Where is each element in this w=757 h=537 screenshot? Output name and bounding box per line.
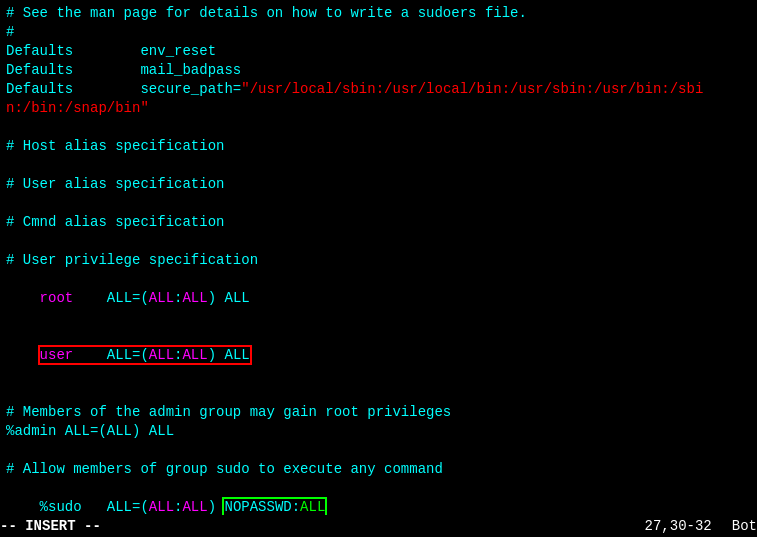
line-empty-2 [6,156,751,175]
line-user-priv-comment: # User privilege specification [6,251,751,270]
line-empty-5 [6,384,751,403]
user-highlight: user ALL=(ALL:ALL) ALL [40,347,250,363]
line-admin: %admin ALL=(ALL) ALL [6,422,751,441]
terminal: # See the man page for details on how to… [0,0,757,537]
line-comment-see: # See the man page for details on how to… [6,4,751,23]
line-defaults-env: Defaults env_reset [6,42,751,61]
insert-mode-indicator: -- INSERT -- [0,515,101,537]
cursor-position: 27,30-32 [645,515,732,537]
scroll-position: Bot [732,515,757,537]
line-root: root ALL=(ALL:ALL) ALL [6,270,751,327]
line-sudo-comment: # Allow members of group sudo to execute… [6,460,751,479]
line-empty-4 [6,232,751,251]
line-admin-comment: # Members of the admin group may gain ro… [6,403,751,422]
line-empty-1 [6,118,751,137]
line-user-alias: # User alias specification [6,175,751,194]
line-empty-6 [6,441,751,460]
line-defaults-mail: Defaults mail_badpass [6,61,751,80]
nopasswd-highlight: NOPASSWD:ALL [224,499,325,515]
line-user: user ALL=(ALL:ALL) ALL [6,327,751,384]
line-defaults-secure: Defaults secure_path="/usr/local/sbin:/u… [6,80,751,99]
statusbar: -- INSERT -- 27,30-32 Bot [0,515,757,537]
line-host-alias: # Host alias specification [6,137,751,156]
line-empty-3 [6,194,751,213]
line-cmnd-alias: # Cmnd alias specification [6,213,751,232]
line-defaults-secure-cont: n:/bin:/snap/bin" [6,99,751,118]
line-comment-hash: # [6,23,751,42]
